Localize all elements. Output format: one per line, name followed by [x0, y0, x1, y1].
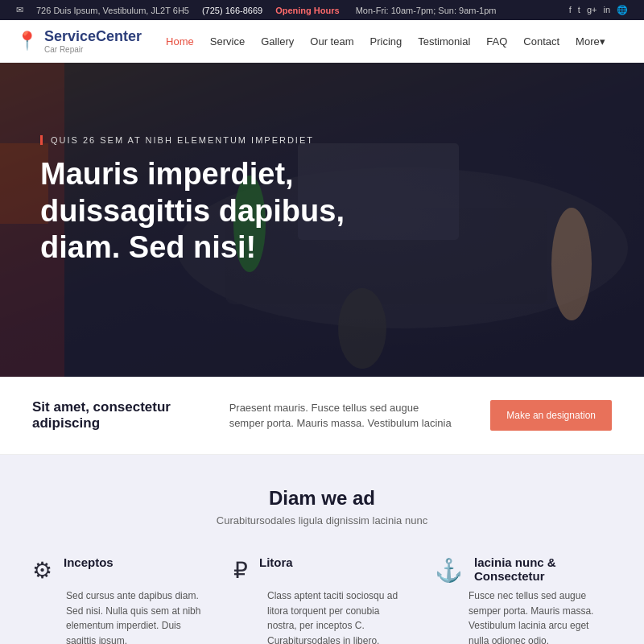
nav-home[interactable]: Home — [166, 35, 194, 47]
opening-label: Opening Hours — [275, 6, 339, 15]
nav-faq[interactable]: FAQ — [486, 35, 507, 47]
feature-top-0: ⚙ Inceptos — [32, 555, 209, 584]
feature-name-0: Inceptos — [64, 555, 114, 569]
nav-pricing[interactable]: Pricing — [370, 35, 402, 47]
feature-item-1: ₽ Litora Class aptent taciti sociosqu ad… — [233, 555, 411, 644]
feature-item-2: ⚓ lacinia nunc & Consectetur Fusce nec t… — [435, 555, 612, 644]
navbar: 📍 ServiceCenter Car Repair Home Service … — [0, 20, 644, 63]
banner-left-text: Sit amet, consectetur adipiscing — [32, 399, 193, 431]
hero-section: QUIS 26 SEM AT NIBH ELEMENTUM IMPERDIET … — [0, 63, 644, 377]
features-section: Diam we ad Curabitursodales ligula digni… — [0, 455, 644, 644]
nav-contact[interactable]: Contact — [523, 35, 559, 47]
social-icons: f t g+ in 🌐 — [569, 5, 628, 15]
feature-top-2: ⚓ lacinia nunc & Consectetur — [435, 555, 612, 584]
designation-button[interactable]: Make an designation — [490, 400, 612, 431]
nav-gallery[interactable]: Gallery — [261, 35, 294, 47]
features-subtitle: Curabitursodales ligula dignissim lacini… — [32, 514, 612, 526]
linkedin-icon[interactable]: in — [603, 5, 610, 15]
feature-name-1: Litora — [259, 555, 293, 569]
google-icon[interactable]: g+ — [587, 5, 597, 15]
logo-area: 📍 ServiceCenter Car Repair — [16, 28, 142, 54]
feature-desc-2: Fusce nec tellus sed augue semper porta.… — [435, 588, 612, 644]
feature-item-0: ⚙ Inceptos Sed cursus ante dapibus diam.… — [32, 555, 209, 644]
logo-pin-icon: 📍 — [16, 31, 38, 52]
hero-subtitle: QUIS 26 SEM AT NIBH ELEMENTUM IMPERDIET — [40, 135, 604, 145]
twitter-icon[interactable]: t — [578, 5, 580, 15]
top-bar: ✉ 726 Duis Ipsum, Vestibulum, JL2T 6H5 (… — [0, 0, 644, 20]
facebook-icon[interactable]: f — [569, 5, 572, 15]
hero-title: Mauris imperdiet, duissagittis dapibus, … — [40, 156, 378, 266]
features-grid: ⚙ Inceptos Sed cursus ante dapibus diam.… — [32, 555, 612, 644]
feature-name-2: lacinia nunc & Consectetur — [474, 555, 612, 583]
features-title: Diam we ad — [32, 487, 612, 510]
hero-content: QUIS 26 SEM AT NIBH ELEMENTUM IMPERDIET … — [0, 63, 644, 266]
feature-icon-1: ₽ — [233, 557, 248, 584]
opening-hours-text: Mon-Fri: 10am-7pm; Sun: 9am-1pm — [356, 6, 497, 15]
top-bar-right: f t g+ in 🌐 — [569, 5, 628, 15]
logo-text: ServiceCenter — [44, 28, 142, 44]
address-text: 726 Duis Ipsum, Vestibulum, JL2T 6H5 — [36, 6, 189, 15]
feature-top-1: ₽ Litora — [233, 555, 411, 584]
phone-text: (725) 166-8669 — [202, 6, 262, 15]
logo-subtitle: Car Repair — [44, 45, 142, 54]
feature-icon-0: ⚙ — [32, 557, 52, 584]
nav-our-team[interactable]: Our team — [310, 35, 353, 47]
banner-strip: Sit amet, consectetur adipiscing Praesen… — [0, 377, 644, 455]
feature-desc-1: Class aptent taciti sociosqu ad litora t… — [233, 588, 411, 644]
nav-links: Home Service Gallery Our team Pricing Te… — [166, 35, 628, 47]
address-icon: ✉ — [16, 5, 23, 15]
nav-testimonial[interactable]: Testimonial — [418, 35, 470, 47]
feature-desc-0: Sed cursus ante dapibus diam. Sed nisi. … — [32, 588, 209, 644]
banner-center-text: Praesent mauris. Fusce tellus sed augue … — [229, 400, 455, 431]
feature-icon-2: ⚓ — [435, 557, 463, 584]
top-bar-left: ✉ 726 Duis Ipsum, Vestibulum, JL2T 6H5 (… — [16, 5, 496, 15]
globe-icon[interactable]: 🌐 — [617, 5, 628, 15]
nav-more[interactable]: More▾ — [576, 35, 605, 47]
svg-point-6 — [338, 288, 386, 369]
nav-service[interactable]: Service — [210, 35, 245, 47]
